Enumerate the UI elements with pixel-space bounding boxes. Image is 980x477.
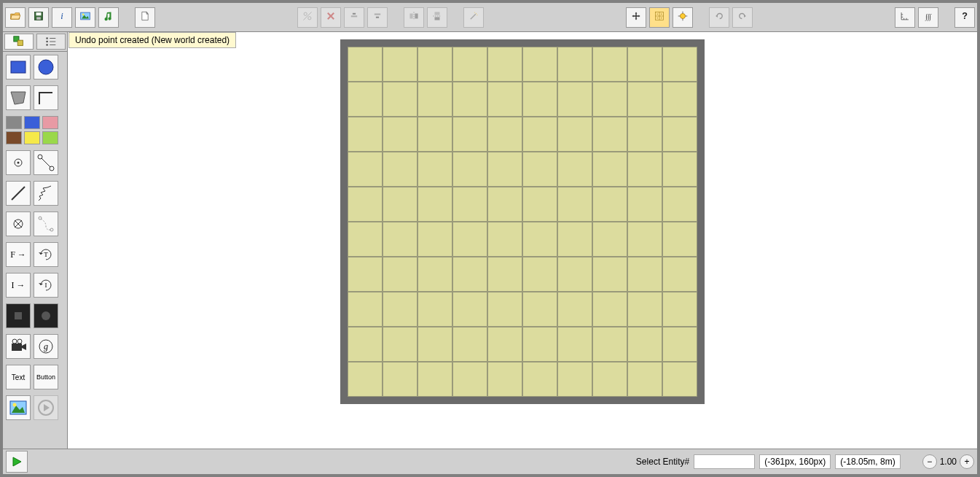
coord-m-readout: (-18.05m, 8m) <box>835 454 900 469</box>
open-button[interactable] <box>5 7 26 28</box>
axes-button[interactable] <box>895 7 915 28</box>
grid-snap-button[interactable] <box>649 7 670 28</box>
tool-palette: F → T I → I g Text Button <box>3 52 67 423</box>
camera-tool[interactable] <box>6 334 31 359</box>
svg-point-11 <box>304 12 307 15</box>
circle-marker-tool[interactable] <box>34 303 58 328</box>
svg-rect-80 <box>12 344 22 351</box>
color-green[interactable] <box>42 131 58 144</box>
svg-rect-20 <box>409 13 412 18</box>
play-button[interactable] <box>6 451 28 473</box>
sound-button[interactable] <box>98 7 119 28</box>
torque-tool[interactable]: T <box>34 242 58 267</box>
rectangle-tool[interactable] <box>6 55 31 80</box>
svg-marker-62 <box>11 92 26 104</box>
text-tool[interactable]: Text <box>6 365 31 389</box>
select-entity-input[interactable] <box>694 454 755 469</box>
zoom-out-button[interactable]: − <box>922 454 937 469</box>
svg-marker-10 <box>146 12 148 14</box>
tab-shapes[interactable] <box>4 34 34 50</box>
svg-rect-23 <box>435 12 440 15</box>
square-marker-tool[interactable] <box>6 303 31 328</box>
svg-line-26 <box>471 14 476 19</box>
svg-point-33 <box>657 13 658 14</box>
svg-point-82 <box>12 339 17 344</box>
background-image-tool[interactable] <box>6 395 31 420</box>
mirror-v-icon <box>432 11 442 24</box>
floppy-icon <box>34 11 44 24</box>
svg-text:T: T <box>44 251 48 258</box>
svg-point-88 <box>13 403 17 407</box>
undo-button[interactable] <box>709 7 729 28</box>
select-entity-label: Select Entity# <box>636 457 689 467</box>
polygon-tool[interactable] <box>6 85 31 110</box>
integral-button[interactable]: ∫∫∫ <box>918 7 938 28</box>
svg-point-37 <box>681 13 686 18</box>
color-brown[interactable] <box>6 131 22 144</box>
color-blue[interactable] <box>24 116 40 129</box>
move-arrows-icon <box>631 11 641 24</box>
wand-icon <box>469 11 479 24</box>
angular-impulse-tool[interactable]: I <box>34 273 58 298</box>
music-note-icon <box>103 11 114 24</box>
force-tool[interactable]: F → <box>6 242 31 267</box>
impulse-tool[interactable]: I → <box>6 273 31 298</box>
svg-marker-90 <box>44 404 50 411</box>
svg-rect-16 <box>351 15 357 17</box>
new-document-button[interactable] <box>135 7 155 28</box>
color-gray[interactable] <box>6 116 22 129</box>
svg-point-73 <box>50 228 53 231</box>
send-back-button[interactable] <box>367 7 388 28</box>
align-icon <box>302 11 313 24</box>
svg-point-79 <box>42 311 50 320</box>
svg-point-64 <box>17 162 20 164</box>
center-snap-icon <box>678 11 688 24</box>
svg-text:i: i <box>60 11 63 21</box>
svg-line-67 <box>42 158 50 167</box>
distance-joint-tool[interactable] <box>34 150 58 175</box>
svg-marker-91 <box>13 457 21 466</box>
circle-tool[interactable] <box>34 55 58 80</box>
play-clip-tool[interactable] <box>34 395 58 420</box>
pin-joint-tool[interactable] <box>6 150 31 175</box>
zoom-value: 1.00 <box>940 457 957 467</box>
world-grid[interactable] <box>348 47 697 397</box>
center-snap-button[interactable] <box>673 7 693 28</box>
move-tool-button[interactable] <box>626 7 646 28</box>
redo-button[interactable] <box>732 7 753 28</box>
integral-icon: ∫∫∫ <box>923 11 933 24</box>
rope-tool[interactable] <box>34 212 58 236</box>
svg-point-34 <box>661 13 662 14</box>
delete-button[interactable] <box>321 7 341 28</box>
button-widget-tool[interactable]: Button <box>34 365 58 389</box>
svg-point-54 <box>46 37 48 39</box>
fixed-joint-tool[interactable] <box>6 212 31 236</box>
bring-front-button[interactable] <box>344 7 364 28</box>
svg-point-36 <box>661 18 662 18</box>
rod-tool[interactable] <box>6 181 31 206</box>
grid-icon <box>654 11 665 24</box>
help-button[interactable]: ? <box>954 7 975 28</box>
save-button[interactable] <box>28 7 49 28</box>
svg-point-61 <box>39 60 53 74</box>
svg-line-13 <box>303 12 311 20</box>
tab-list[interactable] <box>36 34 66 50</box>
mirror-v-button[interactable] <box>427 7 447 28</box>
color-pink[interactable] <box>42 116 58 129</box>
color-yellow[interactable] <box>24 131 40 144</box>
spring-tool[interactable] <box>34 181 58 206</box>
wand-button[interactable] <box>463 7 484 28</box>
info-button[interactable]: i <box>52 7 72 28</box>
svg-point-8 <box>82 13 85 15</box>
canvas[interactable] <box>68 32 977 449</box>
edge-tool[interactable] <box>34 85 58 110</box>
svg-rect-4 <box>36 17 41 20</box>
gravity-tool[interactable]: g <box>34 334 58 359</box>
svg-rect-78 <box>15 312 22 319</box>
align-tool-button[interactable] <box>297 7 318 28</box>
svg-rect-60 <box>11 61 26 73</box>
zoom-in-button[interactable]: + <box>960 454 974 469</box>
mirror-h-button[interactable] <box>404 7 424 28</box>
image-button[interactable] <box>75 7 95 28</box>
send-back-icon <box>372 11 383 24</box>
